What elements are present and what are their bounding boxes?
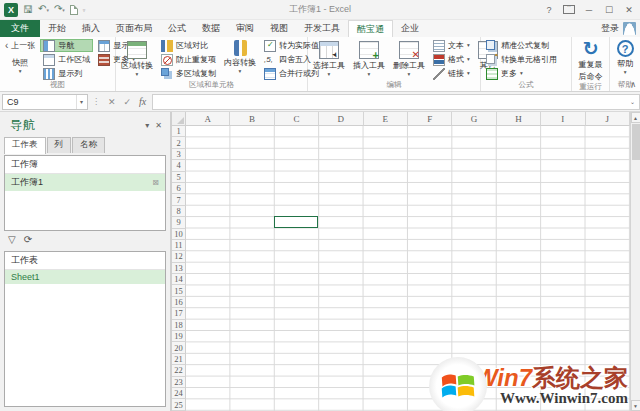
row-header-1[interactable]: 1 bbox=[172, 126, 186, 137]
column-header-C[interactable]: C bbox=[275, 112, 319, 126]
row-header-10[interactable]: 10 bbox=[172, 229, 186, 240]
sign-in[interactable]: 登录 bbox=[601, 20, 640, 37]
row-header-9[interactable]: 9 bbox=[172, 217, 186, 228]
repeat-last-command-button[interactable]: ↻ 重复最 后命令 bbox=[576, 39, 606, 82]
dropdown-arrow-icon: ▾ bbox=[467, 57, 470, 62]
name-box[interactable]: C9 ▾ bbox=[2, 94, 88, 110]
column-header-E[interactable]: E bbox=[364, 112, 408, 126]
content-convert-button[interactable]: 内容转换 ▾ bbox=[221, 39, 259, 74]
name-box-dropdown-icon[interactable]: ▾ bbox=[76, 95, 83, 109]
select-tools-button[interactable]: 选择工具 ▾ bbox=[310, 39, 348, 77]
text-tools-button[interactable]: 文本 ▾ bbox=[430, 39, 473, 52]
close-button[interactable]: ✕ bbox=[620, 2, 638, 18]
row-header-7[interactable]: 7 bbox=[172, 194, 186, 205]
column-header-I[interactable]: I bbox=[541, 112, 585, 126]
prevent-duplicate-button[interactable]: 防止重复项 bbox=[158, 53, 219, 66]
navigation-button[interactable]: 导航 bbox=[40, 39, 93, 52]
tab-developer[interactable]: 开发工具 bbox=[296, 20, 348, 37]
row-header-2[interactable]: 2 bbox=[172, 137, 186, 148]
multi-range-copy-button[interactable]: 多区域复制 bbox=[158, 67, 219, 80]
link-tools-button[interactable]: 链接 ▾ bbox=[430, 67, 473, 80]
ribbon-display-options-button[interactable] bbox=[560, 2, 578, 18]
row-header-18[interactable]: 18 bbox=[172, 320, 186, 331]
help-icon[interactable]: ? bbox=[540, 2, 558, 18]
filter-icon[interactable]: ▽ bbox=[8, 235, 16, 245]
select-all-corner[interactable] bbox=[172, 112, 186, 126]
row-header-12[interactable]: 12 bbox=[172, 251, 186, 262]
insert-function-icon[interactable]: fx bbox=[135, 96, 150, 107]
work-area-button[interactable]: 工作区域 bbox=[40, 53, 93, 66]
column-header-H[interactable]: H bbox=[497, 112, 541, 126]
workbook-list-item[interactable]: 工作簿1 ⊠ bbox=[5, 174, 165, 191]
enter-icon[interactable]: ✓ bbox=[120, 97, 136, 107]
tab-file[interactable]: 文件 bbox=[0, 20, 40, 37]
scroll-down-icon[interactable]: ▼ bbox=[631, 400, 640, 411]
row-header-16[interactable]: 16 bbox=[172, 297, 186, 308]
tab-formulas[interactable]: 公式 bbox=[160, 20, 194, 37]
help-button[interactable]: ? 帮助 ▾ bbox=[614, 39, 637, 75]
vertical-scrollbar[interactable]: ▲ ▼ bbox=[630, 112, 640, 411]
row-header-23[interactable]: 23 bbox=[172, 377, 186, 388]
active-cell-outline[interactable] bbox=[274, 216, 318, 227]
row-header-25[interactable]: 25 bbox=[172, 399, 186, 410]
formula-bar-handle-icon[interactable]: ⋮ bbox=[88, 97, 104, 106]
column-header-D[interactable]: D bbox=[319, 112, 363, 126]
row-header-14[interactable]: 14 bbox=[172, 274, 186, 285]
delete-tools-button[interactable]: 删除工具 ▾ bbox=[390, 39, 428, 77]
pane-tab-columns[interactable]: 列 bbox=[47, 137, 72, 153]
tab-view[interactable]: 视图 bbox=[262, 20, 296, 37]
row-header-24[interactable]: 24 bbox=[172, 388, 186, 399]
pane-options-dropdown-icon[interactable]: ▾ bbox=[145, 121, 149, 130]
sheet-list-item[interactable]: Sheet1 bbox=[5, 270, 165, 284]
row-header-5[interactable]: 5 bbox=[172, 172, 186, 183]
tab-page-layout[interactable]: 页面布局 bbox=[108, 20, 160, 37]
column-header-G[interactable]: G bbox=[452, 112, 496, 126]
scroll-up-icon[interactable]: ▲ bbox=[631, 112, 640, 123]
maximize-button[interactable]: ☐ bbox=[600, 2, 618, 18]
row-header-21[interactable]: 21 bbox=[172, 354, 186, 365]
range-compare-button[interactable]: 区域对比 bbox=[158, 39, 219, 52]
formula-bar-expand-icon[interactable]: ⌄ bbox=[626, 94, 640, 110]
tab-insert[interactable]: 插入 bbox=[74, 20, 108, 37]
tab-kutools[interactable]: 酷宝通 bbox=[348, 20, 393, 37]
pane-close-icon[interactable]: ✕ bbox=[155, 121, 162, 130]
show-columns-button[interactable]: 显示列 bbox=[40, 67, 93, 80]
tab-data[interactable]: 数据 bbox=[194, 20, 228, 37]
row-header-15[interactable]: 15 bbox=[172, 285, 186, 296]
pane-tab-worksheets[interactable]: 工作表 bbox=[4, 137, 46, 154]
tab-home[interactable]: 开始 bbox=[40, 20, 74, 37]
row-header-3[interactable]: 3 bbox=[172, 149, 186, 160]
minimize-button[interactable]: ─ bbox=[580, 2, 598, 18]
collapse-ribbon-icon[interactable]: ∧ bbox=[630, 80, 636, 89]
formula-more-button[interactable]: 更多 ▾ bbox=[483, 67, 560, 80]
row-header-17[interactable]: 17 bbox=[172, 308, 186, 319]
scrollbar-thumb[interactable] bbox=[632, 124, 640, 160]
exact-formula-copy-button[interactable]: 精准公式复制 bbox=[483, 39, 560, 52]
row-header-8[interactable]: 8 bbox=[172, 206, 186, 217]
column-header-A[interactable]: A bbox=[186, 112, 230, 126]
column-header-F[interactable]: F bbox=[408, 112, 452, 126]
row-header-20[interactable]: 20 bbox=[172, 342, 186, 353]
snapshot-button[interactable]: 快照 ▾ bbox=[2, 56, 38, 74]
column-header-B[interactable]: B bbox=[230, 112, 274, 126]
previous-button[interactable]: ‹ 上一张 bbox=[2, 39, 38, 52]
format-tools-button[interactable]: 格式 ▾ bbox=[430, 53, 473, 66]
row-header-13[interactable]: 13 bbox=[172, 263, 186, 274]
cells-area[interactable] bbox=[186, 126, 630, 411]
tab-review[interactable]: 审阅 bbox=[228, 20, 262, 37]
row-header-4[interactable]: 4 bbox=[172, 160, 186, 171]
row-header-19[interactable]: 19 bbox=[172, 331, 186, 342]
insert-tools-button[interactable]: 插入工具 ▾ bbox=[350, 39, 388, 77]
pane-tab-names[interactable]: 名称 bbox=[72, 137, 105, 153]
row-header-6[interactable]: 6 bbox=[172, 183, 186, 194]
column-header-J[interactable]: J bbox=[586, 112, 630, 126]
cancel-icon[interactable]: ✕ bbox=[104, 97, 120, 107]
convert-refs-button[interactable]: 转换单元格引用 bbox=[483, 53, 560, 66]
tab-enterprise[interactable]: 企业 bbox=[393, 20, 427, 37]
workbook-window-icon[interactable]: ⊠ bbox=[152, 178, 159, 187]
range-convert-button[interactable]: 区域转换 ▾ bbox=[118, 39, 156, 77]
row-header-22[interactable]: 22 bbox=[172, 365, 186, 376]
refresh-icon[interactable]: ⟳ bbox=[24, 235, 32, 245]
formula-input[interactable] bbox=[152, 94, 626, 110]
row-header-11[interactable]: 11 bbox=[172, 240, 186, 251]
